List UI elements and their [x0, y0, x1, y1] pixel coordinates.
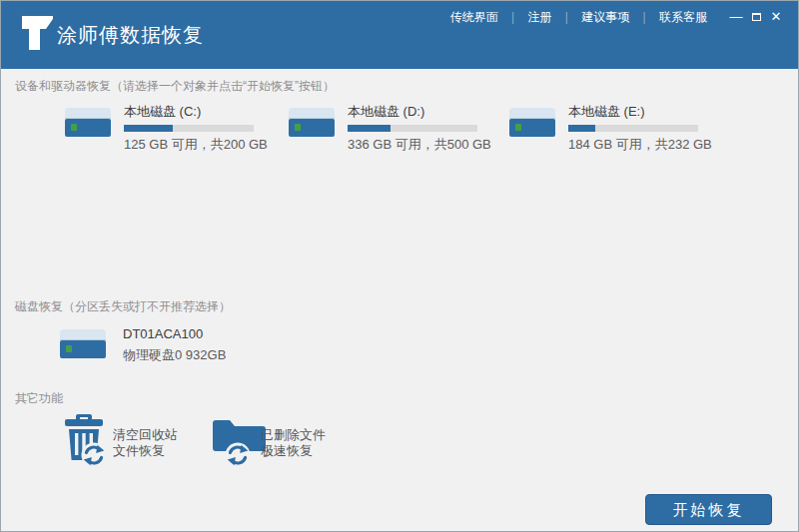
menu-classic-ui[interactable]: 传统界面	[441, 9, 507, 26]
physical-disk-icon	[59, 328, 107, 360]
disk-usage-fill	[568, 125, 595, 132]
menu-contact-support[interactable]: 联系客服	[650, 9, 716, 26]
maximize-button[interactable]	[746, 7, 766, 27]
start-recovery-button[interactable]: 开始恢复	[645, 494, 772, 525]
disk-recovery-section-title: 磁盘恢复（分区丢失或打不开推荐选择）	[15, 298, 231, 315]
physical-disk-model: DT01ACA100	[123, 326, 226, 341]
disk-drive-icon	[288, 107, 336, 139]
disk-capacity: 184 GB 可用，共232 GB	[568, 136, 700, 154]
window-controls: — ✕	[726, 7, 786, 27]
physical-disk-detail: 物理硬盘0 932GB	[123, 346, 226, 364]
feature-label-line1: 已删除文件	[261, 427, 326, 443]
menu-separator: ｜	[560, 9, 572, 26]
disk-usage-fill	[348, 125, 391, 132]
minimize-button[interactable]: —	[726, 7, 746, 27]
disk-capacity: 125 GB 可用，共200 GB	[124, 136, 256, 154]
other-section-title: 其它功能	[15, 390, 63, 407]
app-title: 涂师傅数据恢复	[57, 22, 204, 49]
disk-capacity: 336 GB 可用，共500 GB	[348, 136, 479, 154]
disk-label: 本地磁盘 (D:)	[348, 103, 479, 121]
menu-separator: ｜	[638, 9, 650, 26]
maximize-icon	[752, 13, 761, 21]
disk-label: 本地磁盘 (C:)	[124, 103, 256, 121]
deleted-files-recovery-item[interactable]: 已删除文件 极速恢复	[211, 414, 361, 470]
menu-register[interactable]: 注册	[518, 9, 560, 26]
app-window: 涂师傅数据恢复 传统界面 ｜ 注册 ｜ 建议事项 ｜ 联系客服 — ✕ 设备和驱…	[0, 0, 799, 532]
feature-label-line2: 极速恢复	[261, 443, 326, 459]
title-bar: 涂师傅数据恢复 传统界面 ｜ 注册 ｜ 建议事项 ｜ 联系客服 — ✕	[1, 1, 798, 69]
top-menu: 传统界面 ｜ 注册 ｜ 建议事项 ｜ 联系客服 — ✕	[441, 7, 786, 27]
disk-usage-fill	[124, 125, 173, 132]
close-button[interactable]: ✕	[766, 7, 786, 27]
disk-drive-icon	[64, 107, 112, 139]
devices-section-title: 设备和驱动器恢复（请选择一个对象并点击“开始恢复”按钮）	[15, 78, 335, 95]
menu-suggestions[interactable]: 建议事项	[572, 9, 638, 26]
recycle-bin-recovery-item[interactable]: 清空回收站 文件恢复	[61, 414, 211, 470]
menu-separator: ｜	[507, 9, 519, 26]
disk-usage-bar	[348, 125, 477, 132]
disk-label: 本地磁盘 (E:)	[568, 103, 700, 121]
feature-label-line2: 文件恢复	[113, 443, 178, 459]
disk-usage-bar	[124, 125, 254, 132]
disk-usage-bar	[568, 125, 698, 132]
disk-drive-icon	[508, 107, 556, 139]
feature-label-line1: 清空回收站	[113, 427, 178, 443]
app-logo-icon	[22, 16, 58, 52]
recycle-bin-recovery-icon	[61, 414, 109, 468]
